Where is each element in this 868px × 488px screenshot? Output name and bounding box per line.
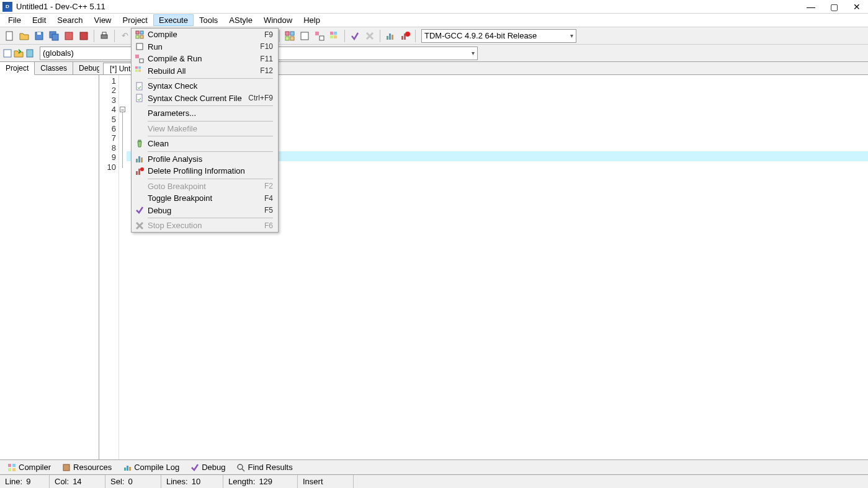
profile-button[interactable]	[383, 29, 397, 43]
left-tab-classes[interactable]: Classes	[35, 62, 73, 74]
minimize-button[interactable]: —	[807, 2, 815, 12]
svg-rect-5	[65, 32, 73, 40]
menu-item-syntax-check-current-file[interactable]: Syntax Check Current FileCtrl+F9	[132, 92, 278, 105]
fold-toggle[interactable]: −	[120, 107, 125, 112]
menu-execute[interactable]: Execute	[153, 14, 194, 26]
profile-icon	[134, 154, 145, 164]
grid-icon	[134, 30, 145, 40]
svg-rect-27	[27, 50, 33, 57]
svg-rect-46	[135, 69, 138, 72]
save-button[interactable]	[32, 29, 46, 43]
svg-rect-47	[138, 69, 141, 72]
svg-rect-48	[136, 82, 142, 90]
bottom-tab-find-results[interactable]: Find Results	[231, 461, 297, 473]
svg-rect-42	[135, 55, 139, 58]
svg-rect-49	[136, 94, 142, 102]
left-panel: ProjectClassesDebug	[0, 62, 99, 459]
new-class-button[interactable]	[2, 48, 12, 58]
blank-icon	[134, 181, 145, 191]
stop-icon	[134, 221, 145, 231]
clean-icon	[134, 139, 145, 149]
insert-button[interactable]	[14, 48, 24, 58]
menu-file[interactable]: File	[2, 14, 27, 26]
rebuild-button[interactable]	[328, 29, 341, 43]
bookmark-button[interactable]	[25, 48, 35, 58]
menu-item-profile-analysis[interactable]: Profile Analysis	[132, 153, 278, 166]
rebuild-icon	[134, 66, 145, 76]
menu-item-clean[interactable]: Clean	[132, 138, 278, 150]
close-file-button[interactable]	[77, 29, 91, 43]
new-file-button[interactable]	[2, 29, 16, 43]
menu-item-compile-run[interactable]: Compile & RunF11	[132, 53, 278, 65]
fold-column: −	[119, 75, 127, 459]
menu-item-toggle-breakpoint[interactable]: Toggle BreakpointF4	[132, 192, 278, 205]
svg-rect-15	[320, 36, 324, 40]
left-tab-project[interactable]: Project	[0, 62, 35, 75]
svg-rect-23	[401, 36, 403, 40]
menu-window[interactable]: Window	[258, 14, 298, 26]
svg-rect-8	[102, 32, 106, 35]
menu-item-run[interactable]: RunF10	[132, 41, 278, 53]
svg-point-36	[238, 464, 243, 469]
open-file-button[interactable]	[17, 29, 31, 43]
menu-help[interactable]: Help	[298, 14, 326, 26]
undo-button[interactable]: ↶	[118, 29, 132, 43]
menu-project[interactable]: Project	[117, 14, 153, 26]
menu-item-debug[interactable]: DebugF5	[132, 205, 278, 217]
svg-rect-12	[290, 37, 294, 40]
svg-rect-32	[63, 464, 69, 471]
tab-icon	[62, 463, 71, 472]
menu-item-compile[interactable]: CompileF9	[132, 29, 278, 41]
svg-rect-11	[285, 37, 289, 40]
menu-item-goto-breakpoint: Goto BreakpointF2	[132, 180, 278, 193]
tab-icon	[236, 463, 245, 472]
compile-button[interactable]	[283, 29, 297, 43]
svg-rect-4	[52, 34, 58, 40]
close-button[interactable]: ✕	[853, 2, 861, 12]
menu-astyle[interactable]: AStyle	[223, 14, 258, 26]
menu-tools[interactable]: Tools	[194, 14, 223, 26]
bottom-tab-compiler[interactable]: Compiler	[2, 461, 56, 473]
svg-rect-39	[136, 35, 139, 38]
menu-item-rebuild-all[interactable]: Rebuild AllF12	[132, 65, 278, 78]
title-bar: D Untitled1 - Dev-C++ 5.11 — ▢ ✕	[0, 0, 868, 14]
menu-item-parameters-[interactable]: Parameters...	[132, 107, 278, 120]
svg-rect-43	[140, 59, 143, 63]
bottom-tab-debug[interactable]: Debug	[186, 461, 230, 473]
menu-item-delete-profiling-information[interactable]: Delete Profiling Information	[132, 165, 278, 177]
stop-button[interactable]	[363, 29, 377, 43]
menu-search[interactable]: Search	[51, 14, 88, 26]
svg-rect-19	[334, 35, 337, 38]
syntax-icon	[134, 81, 145, 91]
save-all-button[interactable]	[47, 29, 61, 43]
bottom-tab-resources[interactable]: Resources	[57, 461, 117, 473]
debug-button[interactable]	[348, 29, 362, 43]
delete-profile-button[interactable]	[398, 29, 412, 43]
menu-item-syntax-check[interactable]: Syntax Check	[132, 80, 278, 92]
svg-rect-41	[136, 43, 143, 50]
line-gutter: 12345678910	[99, 75, 119, 459]
bottom-tab-compile-log[interactable]: Compile Log	[118, 461, 184, 473]
svg-rect-54	[136, 171, 138, 175]
svg-rect-37	[136, 31, 139, 34]
app-icon: D	[2, 2, 12, 12]
compiler-select[interactable]: TDM-GCC 4.9.2 64-bit Release▾	[421, 29, 576, 43]
print-button[interactable]	[97, 29, 111, 43]
svg-rect-9	[285, 32, 289, 35]
svg-rect-52	[138, 156, 140, 162]
svg-rect-45	[138, 66, 141, 69]
toolbar-main: ↶ TDM-GCC 4.9.2 64-bit Release▾	[0, 27, 868, 45]
menu-view[interactable]: View	[89, 14, 117, 26]
save-as-button[interactable]	[62, 29, 76, 43]
run-button[interactable]	[298, 29, 311, 43]
svg-rect-44	[135, 66, 138, 69]
compile-run-button[interactable]	[313, 29, 326, 43]
svg-rect-53	[141, 157, 143, 162]
svg-rect-10	[290, 32, 294, 35]
svg-rect-28	[8, 464, 11, 467]
svg-rect-29	[12, 464, 16, 467]
symbols-combo[interactable]: ▾	[261, 47, 478, 60]
menu-edit[interactable]: Edit	[27, 14, 51, 26]
maximize-button[interactable]: ▢	[830, 2, 838, 12]
main-area: ProjectClassesDebug [*] Unt 12345678910 …	[0, 62, 868, 459]
